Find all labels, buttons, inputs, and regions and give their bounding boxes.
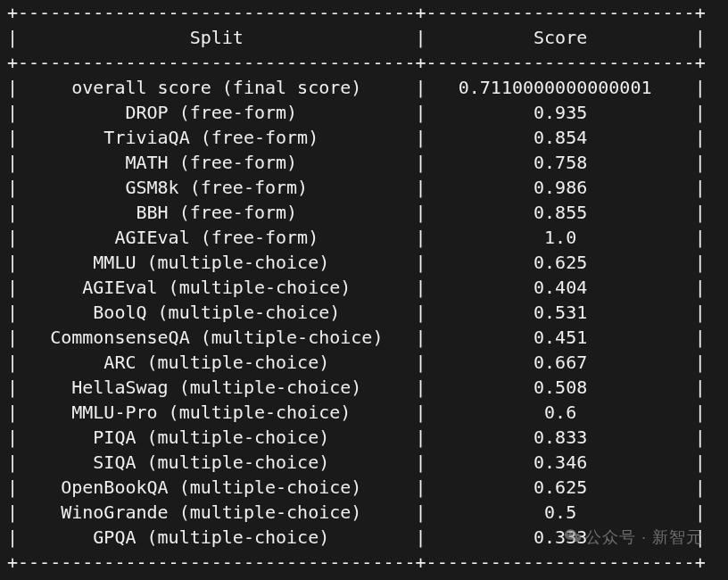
ascii-table-output: +-------------------------------------+-…	[7, 0, 721, 575]
terminal-table: +-------------------------------------+-…	[0, 0, 728, 575]
